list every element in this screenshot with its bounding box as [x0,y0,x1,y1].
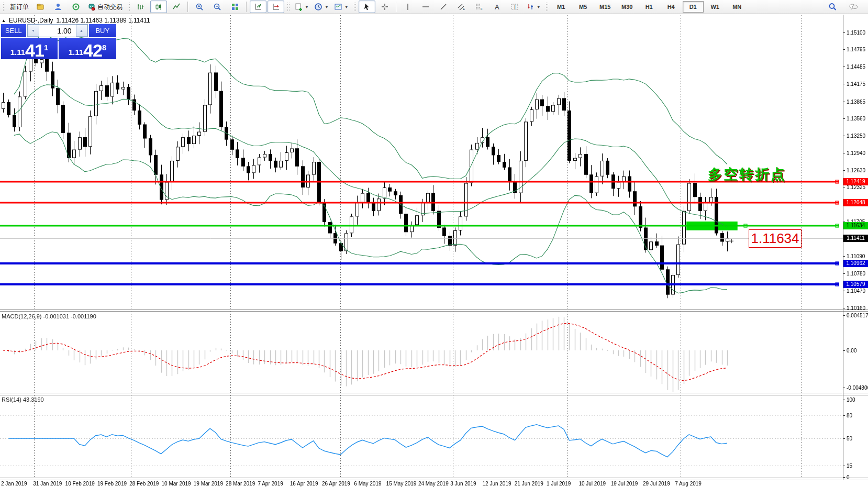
lot-size-input[interactable]: 1.00 [39,27,76,35]
price-axis-label: 1.13250 [847,133,865,139]
date-axis-label: 6 May 2019 [354,481,381,487]
timeframe-h1-button[interactable]: H1 [639,1,660,13]
timeframe-m30-button[interactable]: M30 [617,1,638,13]
fibonacci-button[interactable]: F [471,1,487,13]
periods-button[interactable]: ▼ [312,1,331,13]
price-line-badge: 1.10962 [843,260,868,267]
chart-profile-button[interactable] [32,1,49,13]
buy-price-panel[interactable]: 1.11 42 8 [59,38,116,59]
indicator-icon [294,3,303,11]
date-axis-label: 15 May 2019 [386,481,417,487]
buy-price-big: 42 [83,42,102,58]
sell-price-panel[interactable]: 1.11 41 1 [1,38,58,59]
candlestick-button[interactable] [150,1,167,13]
date-axis-label: 31 Jan 2019 [33,481,62,487]
community-button[interactable] [50,1,66,13]
price-axis-label: 1.14485 [847,64,865,70]
timeframe-m15-button[interactable]: M15 [595,1,616,13]
price-line-badge: 1.12048 [843,199,868,206]
toolbar-grip[interactable] [287,2,290,12]
symbol-period-label: EURUSD-,Daily [9,17,53,24]
chart-title: ▲ EURUSD-,Daily 1.11426 1.11463 1.11389 … [2,17,150,24]
channel-button[interactable]: E [453,1,470,13]
templates-button[interactable]: ▼ [332,1,351,13]
main-toolbar: 新订单自动交易▼▼▼EFAT▼M1M5M15M30H1H4D1W1MN [0,0,868,14]
date-axis-label: 10 Feb 2019 [65,481,95,487]
timeframe-d1-button[interactable]: D1 [683,1,704,13]
buy-price-prefix: 1.11 [69,47,83,58]
price-callout-label[interactable]: 1.11634 [749,229,802,248]
chart-area: ▲ EURUSD-,Daily 1.11426 1.11463 1.11389 … [0,14,868,497]
horizontal-line-button[interactable] [417,1,434,13]
buy-button[interactable]: BUY [89,24,117,37]
dropdown-arrow-icon[interactable]: ▼ [325,5,329,9]
vline-icon [404,3,412,11]
macd-panel-separator[interactable] [0,309,868,312]
chart-canvas[interactable] [0,14,868,497]
date-axis-label: 21 Jun 2019 [515,481,543,487]
zoomin-icon [195,3,204,11]
timeframe-m5-button[interactable]: M5 [573,1,594,13]
price-axis-label: 1.10470 [847,288,865,294]
text-button[interactable]: A [488,1,505,13]
dropdown-arrow-icon[interactable]: ▼ [537,5,541,9]
arrows-button[interactable]: ▼ [524,1,543,13]
indicators-button[interactable]: ▼ [292,1,311,13]
clock-icon [314,3,322,11]
zoom-in-button[interactable] [191,1,208,13]
svg-text:E: E [463,7,465,10]
vertical-line-button[interactable] [399,1,416,13]
textA-icon: A [493,3,501,11]
crosshair-button[interactable] [376,1,393,13]
toolbar-grip[interactable] [3,2,5,12]
zoom-out-button[interactable] [209,1,226,13]
line-chart-button[interactable] [168,1,185,13]
price-line-badge: 1.11634 [843,222,868,229]
price-axis-label: 1.13865 [847,99,865,105]
rsi-panel-separator[interactable] [0,393,868,395]
sell-price-prefix: 1.11 [10,47,25,58]
timeframe-mn-button[interactable]: MN [727,1,748,13]
chat-icon [849,3,858,11]
auto-scroll-button[interactable] [250,1,266,13]
trend-icon [439,3,448,11]
autoscroll-icon [254,3,262,11]
new-order-button[interactable]: 新订单 [8,1,31,13]
signals-button[interactable] [68,1,84,13]
dropdown-arrow-icon[interactable]: ▼ [305,5,309,9]
date-axis-label: 2 Jan 2019 [1,481,27,487]
tile-windows-button[interactable] [227,1,243,13]
toolbar-grip[interactable] [353,2,356,12]
rsi-axis-label: 100 [847,397,855,403]
turning-point-annotation[interactable]: 多空转折点 [708,165,786,184]
date-axis-label: 10 Mar 2019 [162,481,191,487]
lot-size-box: ▼ 1.00 ▲ [27,24,88,37]
textT-icon: T [510,3,519,11]
toolbar-grip[interactable] [127,2,130,12]
toolbar-grip[interactable] [546,2,548,12]
auto-trading-button-label: 自动交易 [97,3,123,12]
crosshair-icon [381,3,389,11]
svg-text:A: A [495,3,499,11]
chart-shift-button[interactable] [268,1,284,13]
collapse-arrow-icon[interactable]: ▲ [2,18,6,23]
trendline-button[interactable] [435,1,452,13]
label-button[interactable]: T [506,1,523,13]
cursor-button[interactable] [359,1,375,13]
timeframe-w1-button[interactable]: W1 [705,1,726,13]
chat-button[interactable] [845,1,862,13]
lot-decrease-button[interactable]: ▼ [28,25,39,37]
lot-increase-button[interactable]: ▲ [76,25,87,37]
svg-text:T: T [513,4,516,10]
search-button[interactable] [824,1,841,13]
sell-button[interactable]: SELL [1,24,26,37]
price-axis-label: 1.15100 [847,30,865,36]
auto-trading-button[interactable]: 自动交易 [85,1,125,13]
bar-chart-button[interactable] [132,1,149,13]
dropdown-arrow-icon[interactable]: ▼ [344,5,349,9]
timeframe-m1-button[interactable]: M1 [551,1,572,13]
toolbar-separator [246,2,247,12]
timeframe-h4-button[interactable]: H4 [661,1,682,13]
linechart-icon [172,3,181,11]
bottom-separator [0,478,868,480]
